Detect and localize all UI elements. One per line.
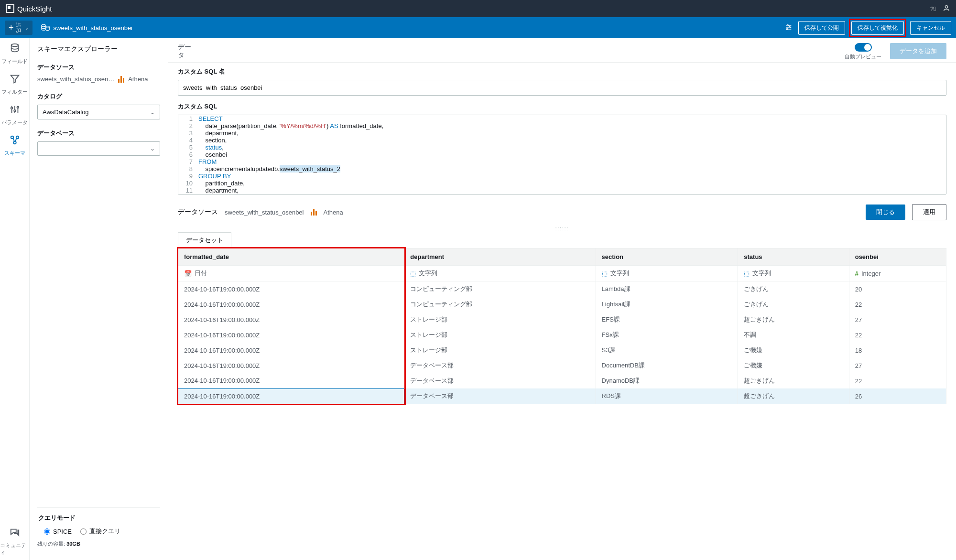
- sql-editor[interactable]: 1SELECT2 date_parse(partition_date, '%Y/…: [178, 115, 946, 194]
- table-cell: 2024-10-16T19:00:00.000Z: [178, 281, 404, 297]
- rail-params[interactable]: パラメータ: [1, 104, 28, 126]
- datasource-label: データソース: [37, 63, 160, 72]
- column-type[interactable]: ⬚ 文字列: [596, 266, 738, 281]
- resize-handle[interactable]: ::::::: [168, 225, 956, 232]
- fields-icon: [10, 43, 20, 56]
- table-cell: 超ごきげん: [738, 373, 849, 388]
- rail-filter[interactable]: フィルター: [1, 74, 28, 96]
- save-visualize-button[interactable]: 保存して視覚化: [851, 21, 904, 35]
- rail-fields[interactable]: フィールド: [1, 43, 28, 65]
- table-cell: ごきげん: [738, 297, 849, 312]
- app-logo[interactable]: QuickSight: [6, 4, 52, 13]
- catalog-select[interactable]: AwsDataCatalog ⌄: [37, 105, 160, 119]
- table-cell: ごきげん: [738, 281, 849, 297]
- database-select[interactable]: ⌄: [37, 141, 160, 156]
- save-publish-button[interactable]: 保存して公開: [798, 21, 845, 35]
- schema-icon: [10, 135, 20, 148]
- svg-point-9: [11, 44, 18, 47]
- column-type[interactable]: 📅 日付: [178, 266, 404, 281]
- table-cell: 27: [849, 312, 946, 327]
- table-cell: 2024-10-16T19:00:00.000Z: [178, 358, 404, 373]
- add-button[interactable]: + 追 加 ⌄: [5, 21, 33, 35]
- table-cell: 2024-10-16T19:00:00.000Z: [178, 373, 404, 388]
- table-row[interactable]: 2024-10-16T19:00:00.000Zコンピューティング部Lambda…: [178, 281, 946, 297]
- rail-params-label: パラメータ: [1, 119, 28, 126]
- sql-name-input[interactable]: [178, 80, 946, 96]
- capacity-text: 残りの容量: 30GB: [37, 540, 160, 548]
- tab-dataset[interactable]: データセット: [178, 232, 231, 248]
- data-header: デー タ 自動プレビュー データを追加: [168, 38, 956, 63]
- svg-point-2: [45, 26, 49, 28]
- table-row[interactable]: 2024-10-16T19:00:00.000Zデータベース部RDS課超ごきげん…: [178, 388, 946, 404]
- table-cell: 26: [849, 388, 946, 404]
- table-cell: 2024-10-16T19:00:00.000Z: [178, 297, 404, 312]
- table-row[interactable]: 2024-10-16T19:00:00.000Zデータベース部DocumentD…: [178, 358, 946, 373]
- table-row[interactable]: 2024-10-16T19:00:00.000Zストレージ部EFS課超ごきげん2…: [178, 312, 946, 327]
- table-cell: データベース部: [404, 358, 596, 373]
- table-cell: コンピューティング部: [404, 281, 596, 297]
- dataset-chip[interactable]: sweets_with_status_osenbei: [41, 24, 133, 32]
- rail-community[interactable]: コミュニティ: [0, 527, 29, 560]
- column-header[interactable]: department: [404, 248, 596, 266]
- preview-table: formatted_datedepartmentsectionstatusose…: [178, 248, 946, 404]
- datasource-row: sweets_with_status_osen… Athena: [37, 75, 160, 83]
- svg-point-6: [787, 24, 789, 26]
- topbar: QuickSight ?⃝: [0, 0, 956, 17]
- close-button[interactable]: 閉じる: [866, 205, 905, 220]
- datasource-name: sweets_with_status_osen…: [37, 75, 114, 83]
- rail-community-label: コミュニティ: [0, 542, 29, 556]
- table-cell: 2024-10-16T19:00:00.000Z: [178, 327, 404, 343]
- apply-button[interactable]: 適用: [912, 204, 946, 220]
- chevron-down-icon: ⌄: [150, 109, 155, 116]
- column-header[interactable]: status: [738, 248, 849, 266]
- table-row[interactable]: 2024-10-16T19:00:00.000Zコンピューティング部Lights…: [178, 297, 946, 312]
- table-row[interactable]: 2024-10-16T19:00:00.000Zストレージ部FSx課不調22: [178, 327, 946, 343]
- radio-direct[interactable]: 直接クエリ: [80, 527, 120, 536]
- table-cell: ストレージ部: [404, 327, 596, 343]
- rail-schema-label: スキーマ: [4, 150, 25, 157]
- cancel-button[interactable]: キャンセル: [910, 21, 951, 35]
- table-cell: EFS課: [596, 312, 738, 327]
- column-header[interactable]: osenbei: [849, 248, 946, 266]
- user-icon[interactable]: [943, 4, 950, 13]
- table-cell: 不調: [738, 327, 849, 343]
- add-label: 追 加: [16, 22, 21, 33]
- svg-point-8: [786, 28, 788, 30]
- table-cell: データベース部: [404, 388, 596, 404]
- params-icon: [10, 104, 20, 117]
- table-cell: ストレージ部: [404, 343, 596, 358]
- preview-table-wrap: データセット formatted_datedepartmentsectionst…: [168, 232, 956, 560]
- catalog-label: カタログ: [37, 92, 160, 101]
- table-row[interactable]: 2024-10-16T19:00:00.000Zデータベース部DynamoDB課…: [178, 373, 946, 388]
- add-data-button[interactable]: データを追加: [890, 43, 946, 59]
- column-header[interactable]: section: [596, 248, 738, 266]
- radio-spice[interactable]: SPICE: [44, 527, 72, 536]
- svg-point-0: [945, 5, 947, 8]
- table-cell: 22: [849, 373, 946, 388]
- filter-icon: [10, 74, 20, 86]
- auto-preview-toggle[interactable]: [855, 43, 872, 52]
- table-row[interactable]: 2024-10-16T19:00:00.000Zストレージ部S3課ご機嫌18: [178, 343, 946, 358]
- column-header[interactable]: formatted_date: [178, 248, 404, 266]
- help-icon[interactable]: ?⃝: [930, 5, 936, 12]
- column-type[interactable]: ⬚ 文字列: [404, 266, 596, 281]
- catalog-value: AwsDataCatalog: [43, 108, 89, 116]
- chevron-down-icon: ⌄: [25, 25, 29, 31]
- table-cell: 20: [849, 281, 946, 297]
- athena-icon: [118, 76, 124, 83]
- column-type[interactable]: # Integer: [849, 266, 946, 281]
- app-name: QuickSight: [17, 5, 52, 13]
- table-cell: ご機嫌: [738, 343, 849, 358]
- tune-icon[interactable]: [783, 22, 794, 34]
- table-cell: 18: [849, 343, 946, 358]
- table-header-row: formatted_datedepartmentsectionstatusose…: [178, 248, 946, 266]
- table-cell: Lambda課: [596, 281, 738, 297]
- rail-schema[interactable]: スキーマ: [4, 135, 25, 157]
- main-content: デー タ 自動プレビュー データを追加 カスタム SQL 名 カスタム SQL …: [168, 38, 956, 560]
- svg-point-15: [17, 107, 19, 108]
- column-type[interactable]: ⬚ 文字列: [738, 266, 849, 281]
- highlight-save-visualize: 保存して視覚化: [849, 19, 906, 37]
- auto-preview-label: 自動プレビュー: [845, 53, 881, 60]
- quicksight-logo-icon: [6, 4, 14, 13]
- ds-footer-engine: Athena: [324, 209, 343, 216]
